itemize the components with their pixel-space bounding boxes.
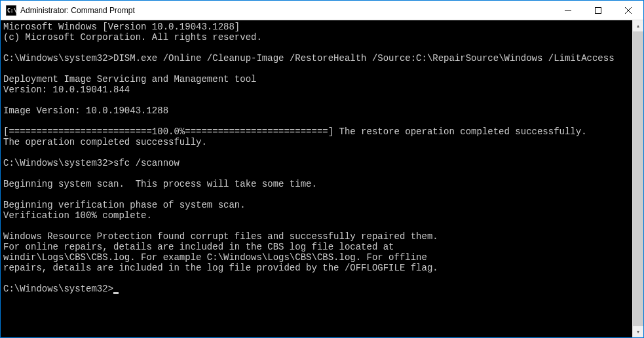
- window-controls: [553, 1, 643, 20]
- sfc-begin-scan: Beginning system scan. This process will…: [3, 179, 317, 189]
- progress-bar-line: [==========================100.0%=======…: [3, 126, 587, 137]
- sfc-result-3: windir\Logs\CBS\CBS.log. For example C:\…: [3, 252, 427, 263]
- sfc-result-1: Windows Resource Protection found corrup…: [3, 231, 438, 242]
- window-title: Administrator: Command Prompt: [20, 6, 553, 15]
- titlebar[interactable]: C:\ Administrator: Command Prompt: [1, 1, 643, 20]
- sfc-begin-verification: Beginning verification phase of system s…: [3, 200, 246, 210]
- terminal-output[interactable]: Microsoft Windows [Version 10.0.19043.12…: [1, 20, 632, 337]
- copyright-line: (c) Microsoft Corporation. All rights re…: [3, 32, 262, 43]
- prompt-path: C:\Windows\system32>: [3, 53, 113, 64]
- svg-text:C:\: C:\: [7, 8, 16, 14]
- scroll-up-arrow-icon[interactable]: ▴: [633, 20, 643, 31]
- dism-version: Version: 10.0.19041.844: [3, 84, 130, 95]
- content-area: Microsoft Windows [Version 10.0.19043.12…: [1, 20, 643, 337]
- sfc-command: sfc /scannow: [113, 158, 180, 168]
- cmd-icon: C:\: [6, 5, 16, 16]
- os-version-line: Microsoft Windows [Version 10.0.19043.12…: [3, 22, 240, 32]
- dism-success: The operation completed successfully.: [3, 137, 207, 147]
- sfc-result-4: repairs, details are included in the log…: [3, 263, 438, 273]
- scroll-down-arrow-icon[interactable]: ▾: [633, 326, 643, 337]
- dism-tool-name: Deployment Image Servicing and Managemen…: [3, 74, 256, 84]
- svg-rect-3: [596, 7, 601, 13]
- prompt-path: C:\Windows\system32>: [3, 158, 113, 168]
- cursor: [113, 292, 119, 294]
- image-version: Image Version: 10.0.19043.1288: [3, 105, 168, 116]
- prompt-path: C:\Windows\system32>: [3, 284, 113, 294]
- scrollbar-thumb[interactable]: [633, 31, 643, 326]
- minimize-button[interactable]: [553, 1, 583, 20]
- maximize-button[interactable]: [583, 1, 613, 20]
- scrollbar-track[interactable]: [633, 31, 643, 326]
- sfc-result-2: For online repairs, details are included…: [3, 242, 394, 252]
- vertical-scrollbar[interactable]: ▴ ▾: [632, 20, 643, 337]
- sfc-verification-complete: Verification 100% complete.: [3, 210, 152, 221]
- dism-command: DISM.exe /Online /Cleanup-Image /Restore…: [113, 53, 615, 64]
- command-prompt-window: C:\ Administrator: Command Prompt Micros…: [0, 0, 644, 338]
- close-button[interactable]: [613, 1, 643, 20]
